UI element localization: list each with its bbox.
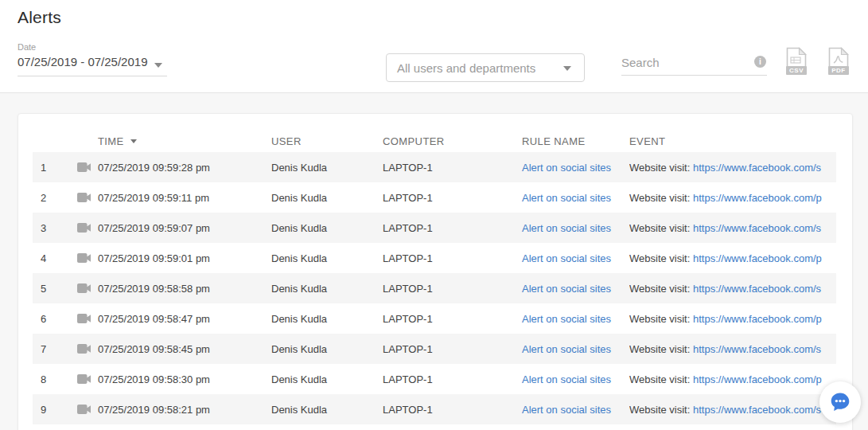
alert-user: Denis Kudla (271, 283, 327, 295)
users-departments-dropdown[interactable]: All users and departments (386, 53, 585, 82)
event-text: Website visit: (629, 404, 693, 416)
event-text: Website visit: (629, 343, 693, 355)
search-input[interactable] (621, 50, 767, 76)
rule-name-link[interactable]: Alert on social sites (522, 252, 611, 264)
alert-event: Website visit: https://www.facebook.com/… (629, 373, 836, 385)
alert-time: 07/25/2019 09:58:30 pm (98, 373, 210, 385)
videocam-icon[interactable] (77, 283, 91, 295)
alert-time: 07/25/2019 09:59:11 pm (98, 192, 209, 204)
alert-event: Website visit: https://www.facebook.com/… (629, 162, 836, 174)
column-header-computer: COMPUTER (383, 135, 445, 147)
table-row: 3 07/25/2019 09:59:07 pm Denis Kudla LAP… (33, 213, 836, 243)
rule-name-link[interactable]: Alert on social sites (522, 373, 611, 385)
page-title: Alerts (18, 8, 61, 27)
row-number: 6 (41, 313, 58, 325)
alert-computer: LAPTOP-1 (383, 162, 433, 174)
rule-name-link[interactable]: Alert on social sites (522, 313, 611, 325)
row-number: 4 (41, 252, 58, 264)
event-url-link[interactable]: https://www.facebook.com/s (693, 343, 821, 355)
event-text: Website visit: (629, 162, 693, 174)
row-number: 1 (41, 162, 58, 174)
pdf-label: PDF (828, 66, 849, 75)
videocam-icon[interactable] (77, 162, 91, 174)
alert-event: Website visit: https://www.facebook.com/… (629, 222, 836, 234)
table-row: 4 07/25/2019 09:59:01 pm Denis Kudla LAP… (33, 243, 836, 273)
alert-user: Denis Kudla (271, 192, 327, 204)
alert-computer: LAPTOP-1 (383, 404, 433, 416)
rule-name-link[interactable]: Alert on social sites (522, 222, 611, 234)
event-text: Website visit: (629, 373, 693, 385)
row-number: 2 (41, 192, 58, 204)
alert-computer: LAPTOP-1 (383, 222, 433, 234)
alert-time: 07/25/2019 09:58:45 pm (98, 343, 210, 355)
csv-label: CSV (786, 66, 807, 75)
alert-time: 07/25/2019 09:58:58 pm (98, 283, 210, 295)
alert-computer: LAPTOP-1 (383, 252, 433, 264)
event-url-link[interactable]: https://www.facebook.com/s (693, 222, 821, 234)
chat-launcher-button[interactable] (819, 381, 861, 423)
videocam-icon[interactable] (77, 374, 91, 386)
alert-event: Website visit: https://www.facebook.com/… (629, 283, 836, 295)
videocam-icon[interactable] (77, 314, 91, 326)
event-url-link[interactable]: https://www.facebook.com/p (693, 192, 822, 204)
rule-name-link[interactable]: Alert on social sites (522, 343, 611, 355)
event-text: Website visit: (629, 252, 693, 264)
table-row: 8 07/25/2019 09:58:30 pm Denis Kudla LAP… (33, 364, 836, 394)
videocam-icon[interactable] (77, 344, 91, 356)
rule-name-link[interactable]: Alert on social sites (522, 283, 611, 295)
event-url-link[interactable]: https://www.facebook.com/s (693, 283, 821, 295)
alert-user: Denis Kudla (271, 313, 327, 325)
alert-computer: LAPTOP-1 (383, 192, 433, 204)
filter-toolbar: Alerts Date 07/25/2019 - 07/25/2019 All … (0, 0, 868, 93)
alert-event: Website visit: https://www.facebook.com/… (629, 313, 836, 325)
table-row: 1 07/25/2019 09:59:28 pm Denis Kudla LAP… (33, 152, 836, 182)
alert-event: Website visit: https://www.facebook.com/… (629, 343, 836, 355)
rule-name-link[interactable]: Alert on social sites (522, 192, 611, 204)
row-number: 7 (41, 343, 58, 355)
event-text: Website visit: (629, 313, 693, 325)
row-number: 5 (41, 283, 58, 295)
alert-user: Denis Kudla (271, 373, 327, 385)
alert-event: Website visit: https://www.facebook.com/… (629, 192, 836, 204)
alert-computer: LAPTOP-1 (383, 313, 433, 325)
event-url-link[interactable]: https://www.facebook.com/p (693, 373, 822, 385)
event-url-link[interactable]: https://www.facebook.com/s (693, 162, 821, 174)
table-header: TIME USER COMPUTER RULE NAME EVENT (18, 114, 852, 152)
row-number: 3 (41, 222, 58, 234)
event-url-link[interactable]: https://www.facebook.com/p (693, 313, 822, 325)
alert-event: Website visit: https://www.facebook.com/… (629, 252, 836, 264)
alert-user: Denis Kudla (271, 343, 327, 355)
videocam-icon[interactable] (77, 223, 91, 235)
column-header-user: USER (271, 135, 302, 147)
sort-desc-icon (130, 139, 137, 143)
date-range-picker[interactable]: Date 07/25/2019 - 07/25/2019 (18, 42, 169, 69)
event-url-link[interactable]: https://www.facebook.com/s (693, 404, 821, 416)
alerts-table-card: TIME USER COMPUTER RULE NAME EVENT 1 07/… (18, 113, 853, 430)
event-url-link[interactable]: https://www.facebook.com/p (693, 252, 822, 264)
event-text: Website visit: (629, 192, 693, 204)
rule-name-link[interactable]: Alert on social sites (522, 404, 611, 416)
info-icon[interactable]: i (754, 56, 766, 68)
table-row: 7 07/25/2019 09:58:45 pm Denis Kudla LAP… (33, 334, 836, 364)
export-pdf-button[interactable]: PDF (827, 47, 851, 76)
alert-user: Denis Kudla (271, 252, 327, 264)
export-csv-button[interactable]: CSV (785, 47, 809, 76)
date-underline (18, 76, 167, 76)
videocam-icon[interactable] (77, 405, 91, 416)
row-number: 8 (41, 373, 58, 385)
users-dropdown-value: All users and departments (397, 61, 535, 75)
table-row: 6 07/25/2019 09:58:47 pm Denis Kudla LAP… (33, 303, 836, 334)
chevron-down-icon (563, 66, 571, 71)
videocam-icon[interactable] (77, 253, 91, 265)
chevron-down-icon (154, 63, 162, 68)
alerts-page: Alerts Date 07/25/2019 - 07/25/2019 All … (0, 0, 868, 430)
alert-time: 07/25/2019 09:58:21 pm (98, 404, 210, 416)
table-row: 9 07/25/2019 09:58:21 pm Denis Kudla LAP… (33, 394, 836, 424)
alert-time: 07/25/2019 09:58:47 pm (98, 313, 210, 325)
column-header-event: EVENT (629, 135, 665, 147)
alert-time: 07/25/2019 09:59:07 pm (98, 222, 210, 234)
rule-name-link[interactable]: Alert on social sites (522, 162, 611, 174)
column-header-time[interactable]: TIME (98, 135, 137, 147)
videocam-icon[interactable] (77, 193, 91, 205)
alert-time: 07/25/2019 09:59:28 pm (98, 162, 210, 174)
